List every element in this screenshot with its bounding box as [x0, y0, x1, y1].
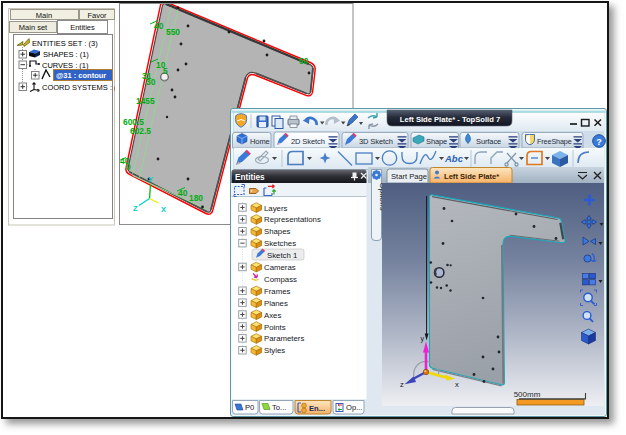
- svg-text:?: ?: [596, 137, 601, 147]
- svg-text:X: X: [161, 205, 166, 214]
- svg-text:Cameras: Cameras: [264, 263, 296, 272]
- svg-text:SHAPES : (1): SHAPES : (1): [43, 50, 89, 59]
- svg-text:Entities: Entities: [235, 173, 265, 182]
- svg-text:Sketches: Sketches: [264, 239, 296, 248]
- svg-text:Sketch 1: Sketch 1: [267, 251, 297, 260]
- svg-text:@31 : contour: @31 : contour: [56, 71, 106, 80]
- svg-text:Start Page: Start Page: [391, 172, 427, 181]
- svg-text:550: 550: [166, 27, 180, 37]
- svg-text:500mm: 500mm: [514, 390, 541, 399]
- svg-text:y: y: [421, 335, 425, 343]
- svg-text:En...: En...: [309, 404, 325, 413]
- svg-text:Styles: Styles: [264, 346, 285, 355]
- svg-text:Main set: Main set: [19, 23, 48, 32]
- svg-text:Frames: Frames: [264, 287, 291, 296]
- svg-text:z: z: [400, 380, 404, 389]
- svg-text:Axes: Axes: [264, 311, 281, 320]
- svg-text:FreeShape: FreeShape: [537, 137, 572, 146]
- svg-text:Shape: Shape: [426, 137, 447, 146]
- svg-text:Left Side Plate*: Left Side Plate*: [444, 172, 499, 181]
- svg-text:P0: P0: [245, 403, 254, 412]
- svg-text:5: 5: [163, 66, 168, 76]
- svg-text:3D Sketch: 3D Sketch: [359, 137, 393, 146]
- svg-text:50: 50: [299, 56, 309, 66]
- svg-text:Compass: Compass: [264, 275, 297, 284]
- svg-text:40: 40: [154, 21, 164, 31]
- svg-text:Op...: Op...: [346, 403, 362, 412]
- svg-text:Home: Home: [250, 137, 270, 146]
- svg-text:Abc: Abc: [444, 153, 464, 164]
- svg-text:Z: Z: [133, 204, 138, 213]
- svg-text:ENTITIES SET : (3): ENTITIES SET : (3): [32, 39, 98, 48]
- svg-text:Entities: Entities: [70, 23, 95, 32]
- svg-text:Planes: Planes: [264, 299, 288, 308]
- svg-text:180: 180: [189, 193, 203, 203]
- svg-text:Layers: Layers: [264, 204, 288, 213]
- svg-text:Points: Points: [264, 323, 286, 332]
- svg-text:2D Sketch: 2D Sketch: [291, 137, 325, 146]
- svg-text:Representations: Representations: [264, 215, 321, 224]
- svg-text:1455: 1455: [136, 96, 155, 106]
- svg-text:602.5: 602.5: [130, 126, 151, 136]
- svg-text:0: 0: [126, 162, 131, 172]
- svg-text:Surface: Surface: [476, 137, 501, 146]
- svg-text:40: 40: [178, 188, 188, 198]
- svg-text:COORD SYSTEMS : (: COORD SYSTEMS : (: [42, 83, 115, 92]
- svg-text:Shapes: Shapes: [264, 227, 291, 236]
- svg-text:Favor: Favor: [87, 11, 107, 20]
- svg-text:To...: To...: [272, 403, 286, 412]
- svg-text:x: x: [455, 380, 459, 389]
- svg-text:Left Side Plate* - TopSolid 7: Left Side Plate* - TopSolid 7: [400, 115, 500, 124]
- svg-text:Y: Y: [148, 175, 153, 184]
- svg-text:CURVES : (1): CURVES : (1): [42, 61, 89, 70]
- svg-text:Main: Main: [36, 11, 52, 20]
- svg-text:30: 30: [146, 77, 156, 87]
- svg-text:Parameters: Parameters: [264, 334, 304, 343]
